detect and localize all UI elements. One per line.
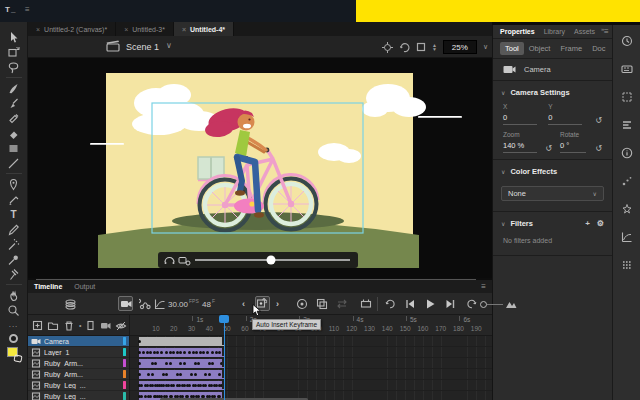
subtab-frame[interactable]: Frame <box>555 42 587 55</box>
zoom-stepper[interactable]: ▲▼ <box>432 43 437 51</box>
marker-tool[interactable] <box>5 192 23 207</box>
tab-assets[interactable]: Assets <box>574 28 595 35</box>
keyframe-dot[interactable] <box>210 384 213 387</box>
frame-picker-panel-icon[interactable] <box>621 63 633 75</box>
pin-tool[interactable] <box>5 267 23 282</box>
keyframe-dot[interactable] <box>204 384 207 387</box>
adjust-panel-icon[interactable] <box>621 203 633 215</box>
onion-stack-icon[interactable] <box>64 293 77 315</box>
camera-frame-span[interactable] <box>139 337 224 347</box>
keyframe-dot[interactable] <box>179 351 182 354</box>
layer-track[interactable] <box>130 336 492 347</box>
tab-properties[interactable]: Properties <box>500 28 535 35</box>
free-transform-tool[interactable] <box>5 45 23 60</box>
frame-span-icon[interactable] <box>360 293 372 315</box>
document-tab-2[interactable]: ×Untitled-4* <box>174 22 234 36</box>
menu-icon[interactable]: ≡ <box>25 5 30 14</box>
fps-indicator[interactable]: 30.00FPS <box>168 293 199 315</box>
subtab-tool[interactable]: Tool <box>500 42 524 55</box>
rotate-field[interactable]: Rotate 0 ° <box>560 131 593 153</box>
close-tab-icon[interactable]: × <box>182 26 186 33</box>
next-keyframe-button[interactable]: › <box>276 293 279 315</box>
scene-clapper-icon[interactable] <box>106 40 120 52</box>
keyframe-dot[interactable] <box>206 351 209 354</box>
particles-panel-icon[interactable] <box>621 175 633 187</box>
y-field[interactable]: Y 0 <box>548 103 593 125</box>
lasso-tool[interactable] <box>5 60 23 75</box>
keyframe-dot[interactable] <box>156 351 159 354</box>
keyframe-dot[interactable] <box>169 362 172 365</box>
pencil-tool[interactable] <box>5 222 23 237</box>
rotate-view-icon[interactable] <box>399 42 410 53</box>
keyframe-dot[interactable] <box>199 351 202 354</box>
color-effect-dropdown[interactable]: None ∨ <box>501 186 604 201</box>
filters-header[interactable]: ∨ Filters + ⚙ <box>493 212 612 232</box>
keyframe-dot[interactable] <box>194 384 197 387</box>
onstage-camera-controls[interactable] <box>158 252 358 268</box>
keyframe-dot[interactable] <box>176 351 179 354</box>
layer-row-layer-1[interactable]: Layer_1 <box>28 347 129 358</box>
color-effects-header[interactable]: ∨ Color Effects <box>493 160 612 180</box>
keyframe-dot[interactable] <box>178 384 181 387</box>
folder-icon[interactable] <box>47 320 59 331</box>
stage-zoom-value[interactable]: 25% <box>443 40 477 54</box>
keyframe-dot[interactable] <box>204 373 207 376</box>
keyframe-dot[interactable] <box>146 351 149 354</box>
eraser-tool[interactable] <box>5 126 23 141</box>
keyframe-dot[interactable] <box>179 362 182 365</box>
layer-row-ruby-arm-[interactable]: Ruby_Arm... <box>28 369 129 380</box>
reset-timeline-zoom-button[interactable] <box>466 293 478 315</box>
keyframe-dot[interactable] <box>183 384 186 387</box>
subtab-object[interactable]: Object <box>524 42 556 55</box>
camera-settings-header[interactable]: ∨ Camera Settings <box>493 81 612 101</box>
keyframe-dot[interactable] <box>140 395 143 398</box>
eyedropper-tool[interactable] <box>5 252 23 267</box>
close-tab-icon[interactable]: × <box>124 26 128 33</box>
clip-content-icon[interactable] <box>416 42 426 52</box>
keyframe-dot[interactable] <box>162 384 165 387</box>
keyframe-dot[interactable] <box>165 373 168 376</box>
layer-track[interactable] <box>130 358 492 369</box>
show-hide-icon[interactable] <box>115 320 127 331</box>
keyframe-dot[interactable] <box>215 384 218 387</box>
zoom-dropdown-icon[interactable]: ∨ <box>483 43 488 51</box>
classic-brush-tool[interactable] <box>5 96 23 111</box>
layer-track[interactable] <box>130 347 492 358</box>
graph-editor-panel-icon[interactable] <box>621 231 633 243</box>
keyframe-dot[interactable] <box>165 351 168 354</box>
align-panel-icon[interactable] <box>621 119 633 131</box>
asset-warp-tool[interactable] <box>5 177 23 192</box>
info-panel-icon[interactable] <box>621 147 633 159</box>
camera-zoom-knob[interactable] <box>267 256 276 265</box>
keyframe-dot[interactable] <box>172 384 175 387</box>
document-tab-0[interactable]: ×Untitled-2 (Canvas)* <box>28 22 116 36</box>
play-button[interactable] <box>424 293 436 315</box>
center-stage-icon[interactable] <box>382 42 393 53</box>
filter-options-icon[interactable]: ⚙ <box>597 219 604 228</box>
add-layer-icon[interactable] <box>32 320 43 331</box>
transform-panel-panel-icon[interactable] <box>621 91 633 103</box>
keyframe-dot[interactable] <box>160 351 163 354</box>
layer-track[interactable] <box>130 380 492 391</box>
step-back-button[interactable] <box>404 293 416 315</box>
tab-timeline[interactable]: Timeline <box>34 283 62 290</box>
keyframe-dot[interactable] <box>153 351 156 354</box>
reset-zoom-icon[interactable]: ↺ <box>545 144 552 153</box>
tab-output[interactable]: Output <box>74 283 95 290</box>
swatch-grid-panel-icon[interactable] <box>621 259 633 271</box>
keyframe-dot[interactable] <box>172 351 175 354</box>
keyframe-dot[interactable] <box>147 373 150 376</box>
keyframe-dot[interactable] <box>194 362 197 365</box>
keyframe-dot[interactable] <box>179 373 182 376</box>
current-frame-indicator[interactable]: 48F <box>202 293 215 315</box>
keyframe-dot[interactable] <box>146 384 149 387</box>
reset-position-icon[interactable]: ↺ <box>595 116 602 125</box>
text-tool[interactable]: T <box>5 207 23 222</box>
parenting-view-icon[interactable] <box>139 293 151 315</box>
keyframe-dot[interactable] <box>169 351 172 354</box>
keyframe-dot[interactable] <box>149 395 152 398</box>
keyframe-dot[interactable] <box>192 351 195 354</box>
keyframe-dot[interactable] <box>188 351 191 354</box>
delete-icon[interactable] <box>63 320 75 331</box>
keyframe-dot[interactable] <box>167 384 170 387</box>
